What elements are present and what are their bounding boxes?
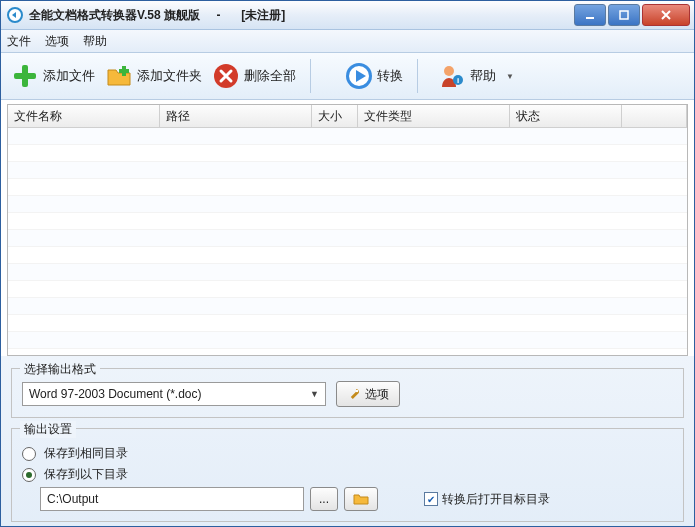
close-button[interactable] [642, 4, 690, 26]
svg-rect-2 [620, 11, 628, 19]
add-folder-button[interactable]: 添加文件夹 [105, 62, 202, 90]
radio-icon [22, 447, 36, 461]
play-icon [345, 62, 373, 90]
app-icon [7, 7, 23, 23]
svg-rect-6 [119, 69, 129, 73]
convert-label: 转换 [377, 67, 403, 85]
output-format-group: 选择输出格式 Word 97-2003 Document (*.doc) ▼ 选… [11, 368, 684, 418]
table-row [8, 230, 687, 247]
window-title: 全能文档格式转换器V.58 旗舰版 - [29, 7, 237, 24]
table-row [8, 298, 687, 315]
lower-panel: 选择输出格式 Word 97-2003 Document (*.doc) ▼ 选… [1, 356, 694, 527]
window-status: [未注册] [241, 7, 285, 24]
remove-all-label: 删除全部 [244, 67, 296, 85]
table-header: 文件名称 路径 大小 文件类型 状态 [8, 105, 687, 128]
folder-plus-icon [105, 62, 133, 90]
browse-button[interactable]: ... [310, 487, 338, 511]
toolbar: 添加文件 添加文件夹 删除全部 转换 i 帮助 ▼ [1, 53, 694, 100]
menu-help[interactable]: 帮助 [83, 33, 107, 50]
svg-point-10 [444, 66, 454, 76]
toolbar-separator-2 [417, 59, 418, 93]
output-settings-group: 输出设置 保存到相同目录 保存到以下目录 C:\Output ... [11, 428, 684, 522]
svg-point-13 [356, 390, 358, 392]
format-options-label: 选项 [365, 386, 389, 403]
add-folder-label: 添加文件夹 [137, 67, 202, 85]
output-settings-legend: 输出设置 [20, 421, 76, 438]
output-format-legend: 选择输出格式 [20, 361, 100, 378]
open-after-checkbox[interactable]: ✔ 转换后打开目标目录 [424, 491, 550, 508]
open-folder-button[interactable] [344, 487, 378, 511]
radio-icon-selected [22, 468, 36, 482]
table-row [8, 332, 687, 349]
menubar: 文件 选项 帮助 [1, 30, 694, 53]
titlebar: 全能文档格式转换器V.58 旗舰版 - [未注册] [1, 1, 694, 30]
radio-same-dir-label: 保存到相同目录 [44, 445, 128, 462]
table-row [8, 179, 687, 196]
table-row [8, 315, 687, 332]
output-path-input[interactable]: C:\Output [40, 487, 304, 511]
table-row [8, 281, 687, 298]
radio-below-dir-label: 保存到以下目录 [44, 466, 128, 483]
convert-button[interactable]: 转换 [345, 62, 403, 90]
menu-file[interactable]: 文件 [7, 33, 31, 50]
browse-label: ... [319, 492, 329, 506]
radio-same-dir[interactable]: 保存到相同目录 [22, 445, 673, 462]
app-window: 全能文档格式转换器V.58 旗舰版 - [未注册] 文件 选项 帮助 添加文件 … [0, 0, 695, 527]
help-button[interactable]: i 帮助 ▼ [438, 62, 514, 90]
col-type[interactable]: 文件类型 [358, 105, 510, 127]
wrench-icon [347, 387, 361, 401]
col-spacer [622, 105, 687, 127]
toolbar-separator [310, 59, 311, 93]
table-row [8, 162, 687, 179]
add-file-button[interactable]: 添加文件 [11, 62, 95, 90]
table-row [8, 349, 687, 354]
col-size[interactable]: 大小 [312, 105, 358, 127]
col-path[interactable]: 路径 [160, 105, 312, 127]
delete-icon [212, 62, 240, 90]
format-selected: Word 97-2003 Document (*.doc) [29, 387, 202, 401]
plus-icon [11, 62, 39, 90]
window-controls [574, 4, 690, 26]
svg-rect-1 [586, 17, 594, 19]
checkbox-icon: ✔ [424, 492, 438, 506]
table-row [8, 145, 687, 162]
col-state[interactable]: 状态 [510, 105, 622, 127]
output-path-value: C:\Output [47, 492, 98, 506]
file-table: 文件名称 路径 大小 文件类型 状态 [7, 104, 688, 356]
help-label: 帮助 [470, 67, 496, 85]
table-row [8, 213, 687, 230]
format-options-button[interactable]: 选项 [336, 381, 400, 407]
format-combo[interactable]: Word 97-2003 Document (*.doc) ▼ [22, 382, 326, 406]
table-row [8, 128, 687, 145]
table-row [8, 196, 687, 213]
chevron-down-icon: ▼ [506, 72, 514, 81]
svg-text:i: i [457, 76, 459, 85]
open-after-label: 转换后打开目标目录 [442, 491, 550, 508]
menu-options[interactable]: 选项 [45, 33, 69, 50]
svg-rect-4 [14, 73, 36, 79]
minimize-button[interactable] [574, 4, 606, 26]
table-body[interactable] [8, 128, 687, 354]
maximize-button[interactable] [608, 4, 640, 26]
table-row [8, 247, 687, 264]
col-name[interactable]: 文件名称 [8, 105, 160, 127]
chevron-down-icon: ▼ [310, 389, 319, 399]
radio-below-dir[interactable]: 保存到以下目录 [22, 466, 673, 483]
folder-icon [353, 493, 369, 505]
help-person-icon: i [438, 62, 466, 90]
remove-all-button[interactable]: 删除全部 [212, 62, 296, 90]
add-file-label: 添加文件 [43, 67, 95, 85]
table-row [8, 264, 687, 281]
